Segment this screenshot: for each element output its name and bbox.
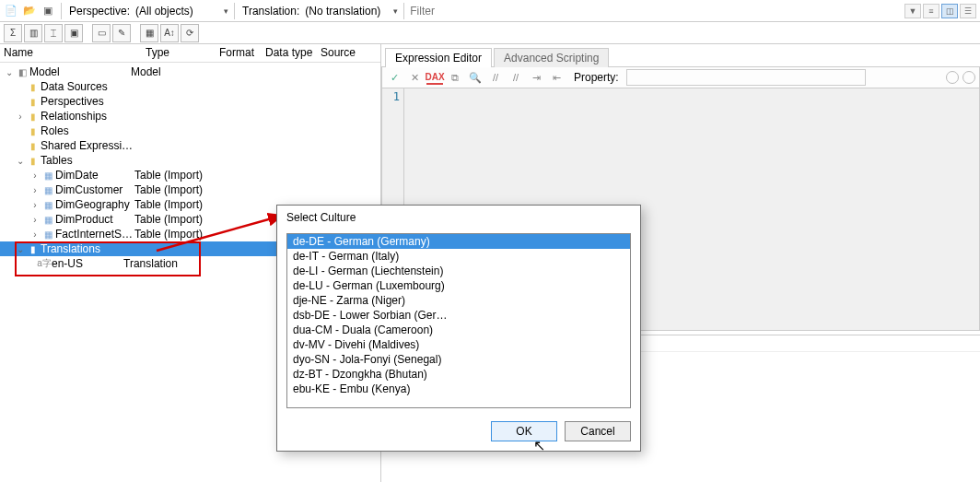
filter-input[interactable] [410, 5, 502, 18]
list-item[interactable]: dyo-SN - Jola-Fonyi (Senegal) [287, 352, 630, 367]
tree-perspectives[interactable]: ▮ Perspectives [0, 94, 380, 109]
select-culture-dialog: Select Culture de-DE - German (Germany) … [276, 205, 641, 452]
chevron-down-icon[interactable]: ▾ [393, 6, 398, 16]
ok-button[interactable]: OK [491, 421, 557, 441]
main-toolbar: 📄 📂 ▣ Perspective: (All objects) ▾ Trans… [0, 0, 980, 22]
property-dropdown[interactable] [626, 69, 866, 86]
list-icon[interactable]: ☰ [960, 4, 976, 18]
tree-column-headers: Name Type Format Data type Source [0, 44, 380, 63]
list-item[interactable]: de-LU - German (Luxembourg) [287, 278, 630, 293]
list-item[interactable]: dsb-DE - Lower Sorbian (Ger… [287, 308, 630, 323]
cancel-icon[interactable]: ✕ [406, 70, 423, 85]
col-source[interactable]: Source [317, 44, 363, 62]
tab-advanced-scripting[interactable]: Advanced Scripting [494, 48, 609, 67]
property-label: Property: [574, 71, 619, 84]
folder-icon[interactable]: ▭ [92, 24, 111, 42]
translation-label: Translation: [240, 5, 301, 18]
list-item[interactable]: dz-BT - Dzongkha (Bhutan) [287, 367, 630, 382]
mouse-cursor: ↖ [533, 437, 545, 454]
dax-icon[interactable]: DAX [426, 70, 443, 85]
columns-icon[interactable]: ▥ [24, 24, 42, 42]
list-item[interactable]: dje-NE - Zarma (Niger) [287, 293, 630, 308]
dialog-title: Select Culture [277, 206, 640, 229]
sum-icon[interactable]: Σ [4, 24, 22, 42]
copy-icon[interactable]: ⧉ [447, 70, 463, 85]
editor-toolbar: ✓ ✕ DAX ⧉ 🔍 // // ⇥ ⇤ Property: [381, 66, 980, 88]
accept-icon[interactable]: ✓ [386, 70, 402, 85]
tree-roles[interactable]: ▮ Roles [0, 123, 380, 138]
outdent-icon[interactable]: ⇤ [548, 70, 565, 85]
filter-bars-icon[interactable]: ≡ [923, 4, 939, 18]
hierarchy-icon[interactable]: ⌶ [44, 24, 63, 42]
tree-dimdate[interactable]: ›▦ DimDateTable (Import) [0, 168, 380, 182]
script-icon[interactable]: ✎ [112, 24, 131, 42]
list-item[interactable]: de-DE - German (Germany) [287, 234, 630, 249]
translation-dropdown[interactable]: (No translation) [305, 5, 388, 18]
sort-icon[interactable]: A↕ [160, 24, 179, 42]
list-item[interactable]: de-IT - German (Italy) [287, 249, 630, 264]
tree-tables[interactable]: ⌄▮ Tables [0, 153, 380, 168]
col-format[interactable]: Format [216, 44, 262, 62]
list-item[interactable]: ebu-KE - Embu (Kenya) [287, 382, 630, 396]
list-item[interactable]: dv-MV - Divehi (Maldives) [287, 337, 630, 352]
tree-data-sources[interactable]: ▮ Data Sources [0, 79, 380, 94]
culture-listbox[interactable]: de-DE - German (Germany) de-IT - German … [286, 233, 631, 408]
list-item[interactable]: de-LI - German (Liechtenstein) [287, 264, 630, 278]
tree-shared-expressions[interactable]: ▮ Shared Expressi… [0, 138, 380, 153]
new-icon[interactable]: 📄 [4, 4, 18, 18]
nav-forward-icon[interactable] [962, 71, 975, 84]
grid-icon[interactable]: ▦ [140, 24, 158, 42]
box-icon[interactable]: ▣ [64, 24, 83, 42]
perspective-dropdown[interactable]: (All objects) [135, 5, 218, 18]
perspective-label: Perspective: [67, 5, 132, 18]
col-name[interactable]: Name [0, 44, 142, 62]
funnel-icon[interactable]: ▼ [904, 4, 921, 18]
find-icon[interactable]: 🔍 [467, 70, 484, 85]
secondary-toolbar: Σ ▥ ⌶ ▣ ▭ ✎ ▦ A↕ ⟳ [0, 22, 980, 44]
indent-icon[interactable]: ⇥ [528, 70, 544, 85]
open-icon[interactable]: 📂 [22, 4, 37, 18]
comment-icon[interactable]: // [487, 70, 504, 85]
refresh-icon[interactable]: ⟳ [181, 24, 199, 42]
cube-icon[interactable]: ▣ [41, 4, 55, 18]
tree-relationships[interactable]: ›▮ Relationships [0, 109, 380, 123]
list-item[interactable]: dua-CM - Duala (Cameroon) [287, 323, 630, 337]
cancel-button[interactable]: Cancel [565, 421, 631, 441]
uncomment-icon[interactable]: // [508, 70, 524, 85]
tree-dimcustomer[interactable]: ›▦ DimCustomerTable (Import) [0, 182, 380, 197]
col-type[interactable]: Type [142, 44, 216, 62]
tree-model[interactable]: ⌄◧ ModelModel [0, 65, 380, 79]
nav-back-icon[interactable] [946, 71, 959, 84]
layout-icon[interactable]: ◫ [941, 4, 958, 18]
col-datatype[interactable]: Data type [262, 44, 317, 62]
tab-expression-editor[interactable]: Expression Editor [385, 48, 492, 67]
chevron-down-icon[interactable]: ▾ [224, 6, 228, 16]
